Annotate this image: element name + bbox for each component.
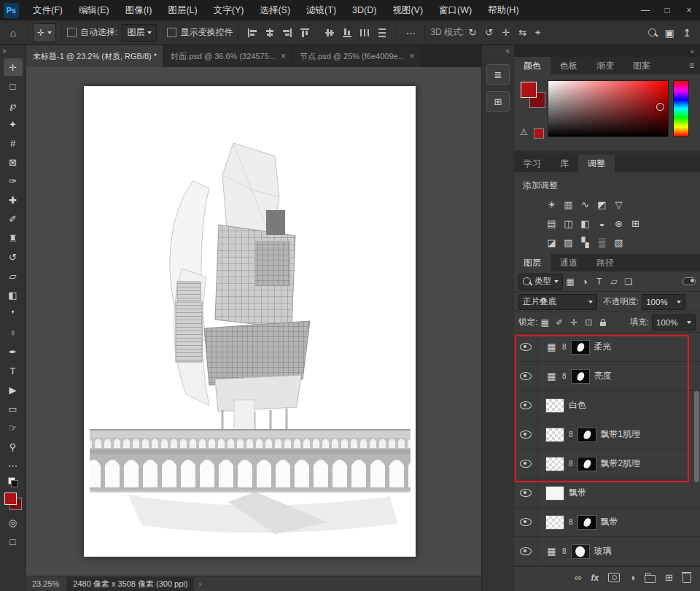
- 3d-slide-icon[interactable]: ⇆: [518, 27, 526, 38]
- layer-name[interactable]: 飘带1肌理: [601, 428, 641, 441]
- layer-mask-thumbnail[interactable]: [578, 515, 596, 530]
- distribute-horizontal-icon[interactable]: [359, 28, 370, 38]
- layer-thumbnail[interactable]: [545, 486, 564, 501]
- layer-row-brightness[interactable]: ▦ 8 亮度: [514, 362, 700, 391]
- document-tab-node[interactable]: 节点.psd @ 25% (f6e4009e... ×: [293, 45, 422, 67]
- black-white-icon[interactable]: ◧: [577, 216, 594, 231]
- document-tab-untitled[interactable]: 未标题-1 @ 23.2% (材质, RGB/8) *: [26, 45, 164, 67]
- align-left-edges-icon[interactable]: [247, 28, 257, 38]
- filter-shape-layers-icon[interactable]: ▱: [607, 275, 621, 288]
- menu-item-file[interactable]: 文件(F): [25, 0, 71, 20]
- threshold-icon[interactable]: ▚: [577, 235, 594, 250]
- lock-pixels-icon[interactable]: ✐: [553, 316, 566, 329]
- lock-position-icon[interactable]: ✛: [567, 316, 580, 329]
- tab-layers[interactable]: 图层: [514, 254, 551, 271]
- filter-adjustment-layers-icon[interactable]: ◑: [578, 275, 591, 288]
- menu-item-select[interactable]: 选择(S): [252, 0, 298, 20]
- layer-thumbnail[interactable]: [545, 457, 564, 471]
- menu-item-3d[interactable]: 3D(D): [344, 0, 384, 20]
- visibility-toggle[interactable]: [514, 420, 538, 449]
- curves-icon[interactable]: ∿: [577, 197, 594, 212]
- 3d-pan-icon[interactable]: ✛: [502, 27, 510, 38]
- home-button[interactable]: ⌂: [4, 24, 22, 42]
- color-lookup-icon[interactable]: ⊞: [627, 216, 644, 231]
- layer-name[interactable]: 飘带: [601, 516, 618, 528]
- 3d-roll-icon[interactable]: ↺: [485, 27, 493, 38]
- document-tab-cover[interactable]: 封面.psd @ 36.6% (324575... ×: [164, 45, 293, 67]
- edit-toolbar-icon[interactable]: ⋯: [4, 457, 23, 474]
- brightness-contrast-icon[interactable]: ☀: [543, 197, 560, 212]
- layer-row-white[interactable]: 白色: [514, 391, 700, 420]
- align-vertical-centers-icon[interactable]: [324, 28, 335, 38]
- tab-adjustments[interactable]: 调整: [578, 155, 615, 172]
- distribute-vertical-icon[interactable]: [377, 28, 387, 38]
- layer-thumbnail[interactable]: [545, 428, 564, 442]
- visibility-toggle[interactable]: [514, 333, 538, 361]
- lock-artboard-icon[interactable]: ⊡: [582, 316, 595, 329]
- tab-paths[interactable]: 路径: [587, 254, 623, 271]
- move-tool[interactable]: ✛: [4, 58, 23, 76]
- auto-select-dropdown[interactable]: 图层: [122, 24, 157, 42]
- gradient-map-icon[interactable]: ▒: [594, 235, 610, 250]
- layer-mask-thumbnail[interactable]: [571, 340, 590, 355]
- layer-filtering-toggle[interactable]: [682, 277, 696, 285]
- layer-thumbnail[interactable]: [545, 515, 564, 530]
- search-icon[interactable]: [643, 24, 661, 42]
- invert-icon[interactable]: ◪: [543, 235, 560, 250]
- docked-panel-icon-2[interactable]: ⊞: [486, 91, 510, 112]
- brush-tool[interactable]: ✐: [4, 210, 23, 228]
- eyedropper-tool[interactable]: ✑: [4, 172, 23, 190]
- visibility-toggle[interactable]: [514, 479, 538, 507]
- layers-scrollbar[interactable]: [694, 391, 699, 482]
- tab-patterns[interactable]: 图案: [623, 57, 660, 74]
- blur-tool[interactable]: ❜: [4, 305, 23, 322]
- tab-channels[interactable]: 通道: [551, 254, 587, 271]
- tab-learn[interactable]: 学习: [514, 155, 551, 172]
- layer-filter-dropdown[interactable]: 类型: [518, 274, 563, 290]
- close-icon[interactable]: ×: [410, 51, 415, 61]
- layer-name[interactable]: 飘带2肌理: [601, 457, 641, 470]
- layer-row-ribbon-masked[interactable]: 8 飘带: [514, 508, 700, 537]
- layer-row-ribbon2-texture[interactable]: 8 飘带2肌理: [514, 449, 700, 479]
- show-transform-checkbox[interactable]: [167, 28, 176, 37]
- adjustment-layer-thumbnail[interactable]: ▦: [545, 546, 558, 557]
- tab-color[interactable]: 颜色: [514, 57, 551, 74]
- document-size-info[interactable]: 2480 像素 x 3508 像素 (300 ppi): [66, 577, 194, 591]
- posterize-icon[interactable]: ▨: [560, 235, 577, 250]
- visibility-toggle[interactable]: [514, 362, 538, 390]
- dock-expand-icon[interactable]: «: [505, 47, 510, 55]
- workspace-icon[interactable]: ▣: [661, 24, 678, 42]
- menu-item-image[interactable]: 图像(I): [117, 0, 160, 20]
- layer-row-glass[interactable]: ▦ 8 玻璃: [514, 537, 700, 566]
- rectangle-tool[interactable]: ▭: [4, 400, 23, 417]
- layer-row-ribbon1-texture[interactable]: 8 飘带1肌理: [514, 420, 700, 449]
- layer-thumbnail[interactable]: [545, 398, 564, 413]
- filter-pixel-layers-icon[interactable]: ▦: [564, 275, 577, 288]
- visibility-toggle[interactable]: [514, 449, 538, 478]
- default-colors-icon[interactable]: [8, 477, 18, 487]
- menu-item-filter[interactable]: 滤镜(T): [298, 0, 344, 20]
- minimize-button[interactable]: —: [634, 0, 656, 20]
- frame-tool[interactable]: ⊠: [4, 153, 23, 171]
- color-field-marker[interactable]: [656, 103, 664, 111]
- align-bottom-edges-icon[interactable]: [342, 28, 352, 38]
- dodge-tool[interactable]: ♀: [4, 324, 23, 341]
- exposure-icon[interactable]: ◩: [594, 197, 610, 212]
- auto-select-checkbox[interactable]: [67, 28, 77, 37]
- new-layer-icon[interactable]: ⊞: [665, 572, 673, 583]
- levels-icon[interactable]: ▥: [560, 197, 577, 212]
- foreground-color-swatch[interactable]: [4, 492, 17, 505]
- history-brush-tool[interactable]: ↺: [4, 248, 23, 266]
- panels-collapse-icon[interactable]: »: [690, 47, 694, 55]
- add-layer-mask-icon[interactable]: [608, 573, 620, 582]
- color-field[interactable]: [548, 80, 669, 137]
- spot-healing-brush-tool[interactable]: ✚: [4, 191, 23, 209]
- lock-transparency-icon[interactable]: ▦: [538, 316, 551, 329]
- tab-swatches[interactable]: 色板: [551, 57, 587, 74]
- hand-tool[interactable]: ☞: [4, 419, 23, 436]
- screen-mode-icon[interactable]: □: [4, 533, 23, 550]
- layer-name[interactable]: 白色: [569, 399, 586, 412]
- layer-mask-thumbnail[interactable]: [571, 369, 590, 384]
- hue-saturation-icon[interactable]: ▤: [543, 216, 560, 231]
- foreground-color-swatch[interactable]: [521, 82, 537, 98]
